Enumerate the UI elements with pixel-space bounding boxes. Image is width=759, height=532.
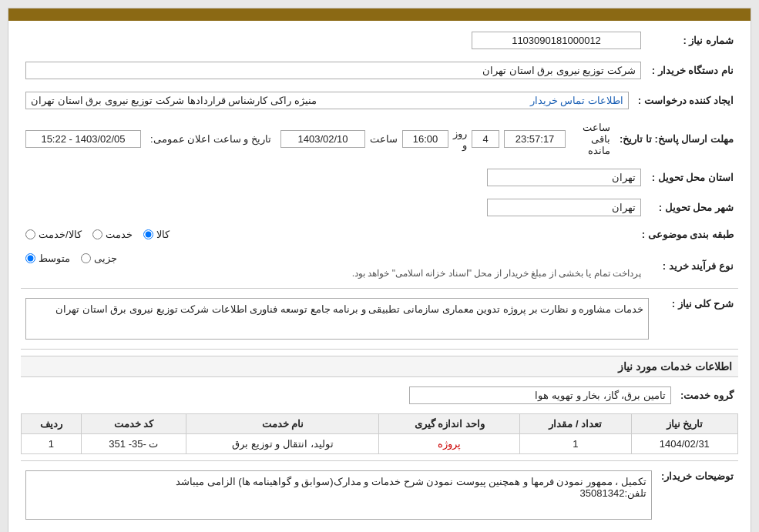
col-name-khedmat: نام خدمت (186, 414, 379, 434)
radio-kala: کالا (143, 229, 170, 240)
radio-kala-label: کالا (156, 229, 170, 240)
radio-motevaset: متوسط (25, 253, 70, 264)
ijad-box: منیژه راکی کارشناس قراردادها شرکت توزیع … (25, 92, 629, 109)
mohlat-date-box: 1403/02/10 (280, 130, 365, 148)
col-tedaad: تعداد / مقدار (519, 414, 631, 434)
radio-khedmat-input[interactable] (92, 229, 102, 239)
mohlat-row: 1403/02/10 ساعت 16:00 روز و 4 23:57:17 س… (280, 122, 610, 156)
divider-3 (21, 460, 738, 461)
table-row: 1404/02/311پروژهتولید، انتقال و توزیع بر… (22, 434, 738, 454)
ostan-label: استان محل تحویل : (646, 166, 738, 189)
radio-motevaset-input[interactable] (25, 253, 35, 263)
mohlat-saat-label: ساعت (370, 133, 398, 145)
info-table-mohlat: مهلت ارسال پاسخ: تا تاریخ: 1403/02/10 سا… (21, 119, 738, 159)
nooe-desc: پرداخت تمام یا بخشی از مبلغ خریدار از مح… (25, 267, 641, 279)
shomara-niaz-value: 1103090181000012 (21, 28, 646, 52)
col-vahed: واحد اندازه گیری (379, 414, 519, 434)
mohlat-rooz-label: روز و (453, 128, 467, 151)
sharh-box: خدمات مشاوره و نظارت بر پروژه تدوین معما… (25, 298, 649, 340)
info-table-tabaqe: طبقه بندی موضوعی : کالا/خدمت خدمت (21, 226, 738, 243)
mohlat-countdown-box: 23:57:17 (504, 130, 566, 148)
ostan-box: تهران (487, 169, 641, 186)
radio-kala-input[interactable] (143, 229, 153, 239)
info-table-shahr: شهر محل تحویل : تهران (21, 196, 738, 219)
col-radif: ردیف (22, 414, 82, 434)
info-table-ijad: ایجاد کننده درخواست : منیژه راکی کارشناس… (21, 89, 738, 112)
nam-dastgah-label: نام دستگاه خریدار : (646, 59, 738, 82)
tabaqe-radio-group: کالا/خدمت خدمت کالا (25, 229, 633, 240)
table-cell-0: 1404/02/31 (631, 434, 737, 454)
radio-khedmat-label: خدمت (106, 229, 133, 240)
tabaqe-label: طبقه بندی موضوعی : (637, 226, 738, 243)
toseeh-text: تکمیل ، ممهور نمودن فرمها و همچنین پیوست… (176, 476, 646, 499)
shomara-niaz-label: شماره نیاز : (646, 28, 738, 52)
info-table-nooe: نوع فرآیند خرید : متوسط جزیی (21, 249, 738, 282)
radio-jozii-label: جزیی (94, 253, 117, 264)
info-table-dastgah: نام دستگاه خریدار : شرکت توزیع نیروی برق… (21, 59, 738, 82)
radio-kala-khedmat-input[interactable] (25, 229, 35, 239)
service-table: تاریخ نیاز تعداد / مقدار واحد اندازه گیر… (21, 413, 738, 454)
ostan-value: تهران (21, 166, 646, 189)
tarikh-label: تاریخ و ساعت اعلان عمومی: (146, 119, 276, 159)
radio-kala-khedmat-label: کالا/خدمت (39, 229, 82, 240)
toseeh-box: تکمیل ، ممهور نمودن فرمها و همچنین پیوست… (25, 470, 652, 520)
info-table-goroh: گروه خدمت: تامین برق، گاز، بخار و تهویه … (21, 383, 738, 407)
goroh-value: تامین برق، گاز، بخار و تهویه هوا (21, 383, 676, 407)
shahr-value: تهران (21, 196, 646, 219)
tabaqe-radios: کالا/خدمت خدمت کالا (21, 226, 637, 243)
radio-khedmat: خدمت (92, 229, 133, 240)
ijad-label: ایجاد کننده درخواست : (633, 89, 738, 112)
info-table-toseeh: توضیحات خریدار: تکمیل ، ممهور نمودن فرمه… (21, 467, 738, 523)
goroh-label: گروه خدمت: (676, 383, 738, 407)
nooe-radio-group: متوسط جزیی (25, 253, 641, 264)
nooe-radios: متوسط جزیی پرداخت تمام یا بخشی از مبلغ خ… (21, 249, 646, 282)
tarikh-value-cell: 1403/02/05 - 15:22 (21, 119, 146, 159)
tarikh-label-text: تاریخ و ساعت اعلان عمومی: (150, 133, 271, 145)
radio-kala-khedmat: کالا/خدمت (25, 229, 82, 240)
table-cell-3: تولید، انتقال و توزیع برق (186, 434, 379, 454)
page-wrapper: شماره نیاز : 1103090181000012 نام دستگاه… (0, 0, 759, 532)
info-table-ostan: استان محل تحویل : تهران (21, 166, 738, 189)
nooe-desc-text: پرداخت تمام یا بخشی از مبلغ خریدار از مح… (352, 268, 641, 279)
goroh-box: تامین برق، گاز، بخار و تهویه هوا (409, 386, 671, 404)
radio-jozii: جزیی (81, 253, 117, 264)
nam-dastgah-value: شرکت توزیع نیروی برق استان تهران (21, 59, 646, 82)
shahr-box: تهران (487, 199, 641, 216)
sharh-label: شرح کلی نیاز : (653, 295, 738, 343)
card-body: شماره نیاز : 1103090181000012 نام دستگاه… (8, 21, 751, 532)
table-cell-5: 1 (22, 434, 82, 454)
card-header (8, 8, 751, 21)
sharh-value: خدمات مشاوره و نظارت بر پروژه تدوین معما… (21, 295, 653, 343)
tarikh-value-box: 1403/02/05 - 15:22 (25, 130, 141, 148)
col-kod-khedmat: کد خدمت (81, 414, 186, 434)
toseeh-value: تکمیل ، ممهور نمودن فرمها و همچنین پیوست… (21, 467, 657, 523)
table-cell-1: 1 (519, 434, 631, 454)
info-table-sharh: شرح کلی نیاز : خدمات مشاوره و نظارت بر پ… (21, 295, 738, 343)
footer-buttons: بازگشت چاپ (21, 529, 738, 532)
divider-1 (21, 288, 738, 289)
radio-motevaset-label: متوسط (39, 253, 70, 264)
table-cell-2: پروژه (379, 434, 519, 454)
shahr-label: شهر محل تحویل : (646, 196, 738, 219)
ijad-text: منیژه راکی کارشناس قراردادها شرکت توزیع … (31, 95, 317, 106)
shomara-niaz-box: 1103090181000012 (472, 32, 641, 49)
mohlat-label: مهلت ارسال پاسخ: تا تاریخ: (615, 119, 738, 159)
main-card: شماره نیاز : 1103090181000012 نام دستگاه… (8, 8, 751, 532)
mohlat-values: 1403/02/10 ساعت 16:00 روز و 4 23:57:17 س… (276, 119, 615, 159)
col-tarikh-niaz: تاریخ نیاز (631, 414, 737, 434)
divider-2 (21, 349, 738, 350)
ijad-link[interactable]: اطلاعات تماس خریدار (530, 95, 623, 106)
ettelaat-section-title: اطلاعات خدمات مورد نیاز (21, 356, 738, 377)
ijad-value: منیژه راکی کارشناس قراردادها شرکت توزیع … (21, 89, 633, 112)
nam-dastgah-box: شرکت توزیع نیروی برق استان تهران (25, 62, 641, 79)
mohlat-rooz-box: 4 (472, 130, 499, 148)
table-cell-4: ت -35- 351 (81, 434, 186, 454)
nooe-label: نوع فرآیند خرید : (646, 249, 738, 282)
mohlat-saat-box: 16:00 (402, 130, 448, 148)
info-table-shomara: شماره نیاز : 1103090181000012 (21, 28, 738, 52)
radio-jozii-input[interactable] (81, 253, 91, 263)
toseeh-label: توضیحات خریدار: (657, 467, 738, 523)
mohlat-baqi-label: ساعت باقی مانده (570, 122, 610, 156)
